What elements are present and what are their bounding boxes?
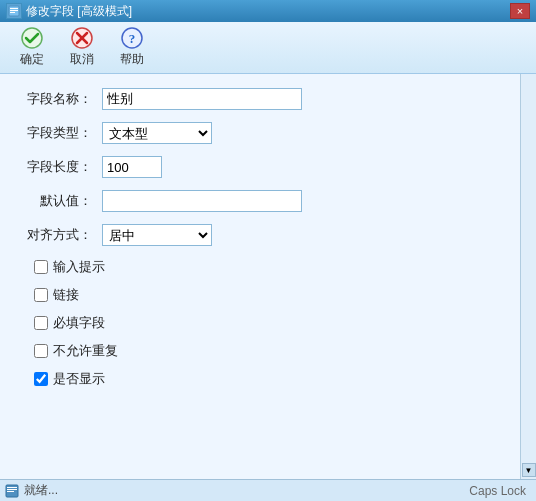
title-bar: 修改字段 [高级模式] ×	[0, 0, 536, 22]
help-icon: ?	[120, 27, 144, 49]
field-length-label: 字段长度：	[20, 158, 92, 176]
cancel-label: 取消	[70, 51, 94, 68]
svg-rect-1	[10, 8, 18, 9]
checkbox-required-row: 必填字段	[34, 314, 500, 332]
display-checkbox[interactable]	[34, 372, 48, 386]
svg-rect-2	[10, 10, 18, 11]
field-type-row: 字段类型： 文本型 数字型 日期型 布尔型	[20, 122, 500, 144]
input-hint-label: 输入提示	[53, 258, 105, 276]
field-name-row: 字段名称：	[20, 88, 500, 110]
confirm-label: 确定	[20, 51, 44, 68]
field-type-label: 字段类型：	[20, 124, 92, 142]
checkbox-link-row: 链接	[34, 286, 500, 304]
svg-rect-13	[7, 491, 14, 492]
field-type-select[interactable]: 文本型 数字型 日期型 布尔型	[102, 122, 212, 144]
link-label: 链接	[53, 286, 79, 304]
display-label: 是否显示	[53, 370, 105, 388]
main-content: 字段名称： 字段类型： 文本型 数字型 日期型 布尔型 字段长度： 默认值： 对…	[0, 74, 520, 479]
cancel-icon	[70, 27, 94, 49]
title-bar-text: 修改字段 [高级模式]	[26, 3, 510, 20]
window-container: 修改字段 [高级模式] × 确定 取消	[0, 0, 536, 501]
help-label: 帮助	[120, 51, 144, 68]
default-value-input[interactable]	[102, 190, 302, 212]
no-duplicate-label: 不允许重复	[53, 342, 118, 360]
link-checkbox[interactable]	[34, 288, 48, 302]
default-value-row: 默认值：	[20, 190, 500, 212]
required-checkbox[interactable]	[34, 316, 48, 330]
align-select[interactable]: 居左 居中 居右	[102, 224, 212, 246]
align-row: 对齐方式： 居左 居中 居右	[20, 224, 500, 246]
align-label: 对齐方式：	[20, 226, 92, 244]
svg-rect-11	[7, 487, 17, 488]
checkbox-display-row: 是否显示	[34, 370, 500, 388]
status-icon	[4, 483, 20, 499]
svg-rect-3	[10, 12, 15, 13]
field-name-label: 字段名称：	[20, 90, 92, 108]
side-scrollbar[interactable]: ▼	[520, 74, 536, 479]
no-duplicate-checkbox[interactable]	[34, 344, 48, 358]
help-button[interactable]: ? 帮助	[108, 26, 156, 70]
default-value-label: 默认值：	[20, 192, 92, 210]
status-text: 就绪...	[24, 482, 469, 499]
svg-text:?: ?	[129, 31, 136, 46]
scroll-down-arrow[interactable]: ▼	[522, 463, 536, 477]
checkbox-input-hint-row: 输入提示	[34, 258, 500, 276]
close-button[interactable]: ×	[510, 3, 530, 19]
status-bar: 就绪... Caps Lock	[0, 479, 536, 501]
cancel-button[interactable]: 取消	[58, 26, 106, 70]
required-label: 必填字段	[53, 314, 105, 332]
caps-lock-indicator: Caps Lock	[469, 484, 532, 498]
checkbox-no-duplicate-row: 不允许重复	[34, 342, 500, 360]
field-length-input[interactable]	[102, 156, 162, 178]
app-icon	[6, 3, 22, 19]
confirm-button[interactable]: 确定	[8, 26, 56, 70]
toolbar: 确定 取消 ? 帮助	[0, 22, 536, 74]
field-length-row: 字段长度：	[20, 156, 500, 178]
svg-rect-12	[7, 489, 17, 490]
field-name-input[interactable]	[102, 88, 302, 110]
input-hint-checkbox[interactable]	[34, 260, 48, 274]
confirm-icon	[20, 27, 44, 49]
